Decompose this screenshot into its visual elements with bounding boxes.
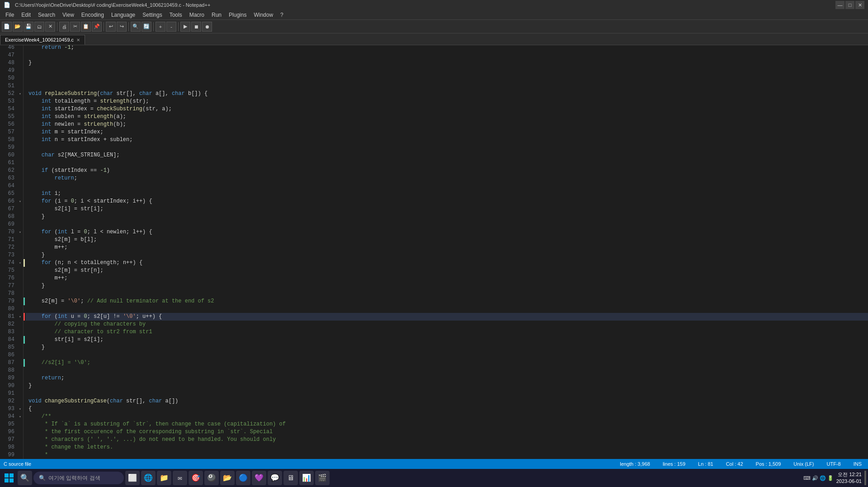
toolbar-stop[interactable]: ⏹ — [191, 22, 201, 32]
fold-indicator[interactable] — [17, 290, 24, 298]
line-code[interactable]: { — [26, 405, 868, 413]
fold-indicator[interactable] — [17, 298, 24, 305]
fold-indicator[interactable] — [17, 444, 24, 451]
menu-settings[interactable]: Settings — [139, 11, 165, 19]
line-code[interactable] — [26, 367, 868, 374]
fold-indicator[interactable] — [17, 128, 24, 136]
toolbar-zoomout[interactable]: - — [166, 22, 176, 32]
line-code[interactable] — [26, 182, 868, 190]
fold-indicator[interactable] — [17, 244, 24, 251]
table-row[interactable]: 58 int n = startIndex + sublen; — [0, 136, 868, 144]
line-code[interactable]: int newlen = strLength(b); — [26, 121, 868, 128]
minimize-button[interactable]: — — [835, 1, 844, 9]
menu-encoding[interactable]: Encoding — [78, 11, 108, 19]
line-code[interactable] — [26, 390, 868, 397]
table-row[interactable]: 65 int i; — [0, 190, 868, 198]
line-code[interactable] — [26, 305, 868, 313]
table-row[interactable]: 63 return; — [0, 175, 868, 182]
line-code[interactable] — [26, 290, 868, 298]
table-row[interactable]: 59 — [0, 144, 868, 151]
table-row[interactable]: 53 int totalLength = strLength(str); — [0, 98, 868, 105]
fold-indicator[interactable] — [17, 136, 24, 144]
fold-indicator[interactable]: ▾ — [17, 259, 24, 267]
line-code[interactable]: s2[m] = str[n]; — [26, 267, 868, 274]
line-code[interactable]: // character to str2 from str1 — [26, 328, 868, 336]
toolbar-save[interactable]: 💾 — [24, 22, 33, 32]
fold-indicator[interactable] — [17, 351, 24, 359]
line-code[interactable]: s2[m] = '\0'; // Add null terminator at … — [26, 298, 868, 305]
line-code[interactable]: int sublen = strLength(a); — [26, 113, 868, 121]
table-row[interactable]: 85 } — [0, 344, 868, 351]
table-row[interactable]: 48} — [0, 59, 868, 67]
close-button[interactable]: ✕ — [855, 1, 864, 9]
taskbar-app6[interactable]: 💬 — [268, 471, 282, 485]
tab-close-button[interactable]: ✕ — [76, 38, 80, 43]
line-code[interactable]: m++; — [26, 274, 868, 282]
tab-main-file[interactable]: ExerciseWeek4_1006210459.c ✕ — [0, 35, 85, 45]
table-row[interactable]: 79 s2[m] = '\0'; // Add null terminator … — [0, 298, 868, 305]
table-row[interactable]: 73 } — [0, 251, 868, 259]
line-code[interactable]: * change the letters. — [26, 444, 868, 451]
menu-help[interactable]: ? — [277, 11, 287, 19]
line-code[interactable]: s2[m] = b[l]; — [26, 236, 868, 244]
taskbar-app1[interactable]: 🎯 — [189, 471, 203, 485]
taskbar-show-desktop[interactable] — [864, 471, 866, 485]
line-code[interactable]: char s2[MAX_STRING_LEN]; — [26, 151, 868, 159]
table-row[interactable]: 94▾ /** — [0, 413, 868, 421]
table-row[interactable]: 80 — [0, 305, 868, 313]
fold-indicator[interactable] — [17, 436, 24, 444]
table-row[interactable]: 50 — [0, 75, 868, 82]
table-row[interactable]: 96 * the first occurence of the correspo… — [0, 428, 868, 436]
menu-tools[interactable]: Tools — [166, 11, 186, 19]
line-code[interactable]: } — [26, 344, 868, 351]
fold-indicator[interactable] — [17, 236, 24, 244]
table-row[interactable]: 77 } — [0, 282, 868, 290]
fold-indicator[interactable] — [17, 328, 24, 336]
line-code[interactable]: } — [26, 282, 868, 290]
toolbar-record[interactable]: ⏺ — [202, 22, 212, 32]
line-code[interactable]: * If `a` is a substring of `str`, then c… — [26, 421, 868, 428]
table-row[interactable]: 93▾{ — [0, 405, 868, 413]
fold-indicator[interactable] — [17, 305, 24, 313]
fold-indicator[interactable] — [17, 98, 24, 105]
table-row[interactable]: 75 s2[m] = str[n]; — [0, 267, 868, 274]
line-code[interactable]: for (i = 0; i < startIndex; i++) { — [26, 198, 868, 205]
toolbar-run[interactable]: ▶ — [180, 22, 190, 32]
fold-indicator[interactable] — [17, 67, 24, 75]
table-row[interactable]: 88 — [0, 367, 868, 374]
toolbar-zoomin[interactable]: + — [156, 22, 165, 32]
line-code[interactable]: } — [26, 213, 868, 221]
menu-window[interactable]: Window — [250, 11, 277, 19]
fold-indicator[interactable] — [17, 45, 24, 52]
table-row[interactable]: 83 // character to str2 from str1 — [0, 328, 868, 336]
taskbar-search-box[interactable]: 🔍 여기에 입력하여 검색 — [33, 472, 124, 484]
line-code[interactable]: * the first occurence of the correspondi… — [26, 428, 868, 436]
line-code[interactable]: * — [26, 451, 868, 459]
line-code[interactable]: // copying the characters by — [26, 321, 868, 328]
toolbar-find[interactable]: 🔍 — [131, 22, 141, 32]
toolbar-paste[interactable]: 📌 — [92, 22, 102, 32]
menu-edit[interactable]: Edit — [18, 11, 34, 19]
table-row[interactable]: 51 — [0, 82, 868, 90]
table-row[interactable]: 89 return; — [0, 374, 868, 382]
table-row[interactable]: 99 * — [0, 451, 868, 459]
fold-indicator[interactable] — [17, 144, 24, 151]
fold-indicator[interactable]: ▾ — [17, 228, 24, 236]
line-code[interactable]: int n = startIndex + sublen; — [26, 136, 868, 144]
table-row[interactable]: 68 } — [0, 213, 868, 221]
line-code[interactable]: /** — [26, 413, 868, 421]
toolbar-close[interactable]: ✕ — [45, 22, 55, 32]
table-row[interactable]: 64 — [0, 182, 868, 190]
line-code[interactable]: str[i] = s2[i]; — [26, 336, 868, 344]
fold-indicator[interactable] — [17, 205, 24, 213]
table-row[interactable]: 98 * change the letters. — [0, 444, 868, 451]
line-code[interactable]: if (startIndex == -1) — [26, 167, 868, 175]
taskbar-start[interactable] — [2, 471, 16, 485]
table-row[interactable]: 55 int sublen = strLength(a); — [0, 113, 868, 121]
table-row[interactable]: 74▾ for (n; n < totalLength; n++) { — [0, 259, 868, 267]
table-row[interactable]: 60 char s2[MAX_STRING_LEN]; — [0, 151, 868, 159]
menu-file[interactable]: File — [2, 11, 18, 19]
menu-search[interactable]: Search — [34, 11, 59, 19]
fold-indicator[interactable] — [17, 344, 24, 351]
table-row[interactable]: 66▾ for (i = 0; i < startIndex; i++) { — [0, 198, 868, 205]
